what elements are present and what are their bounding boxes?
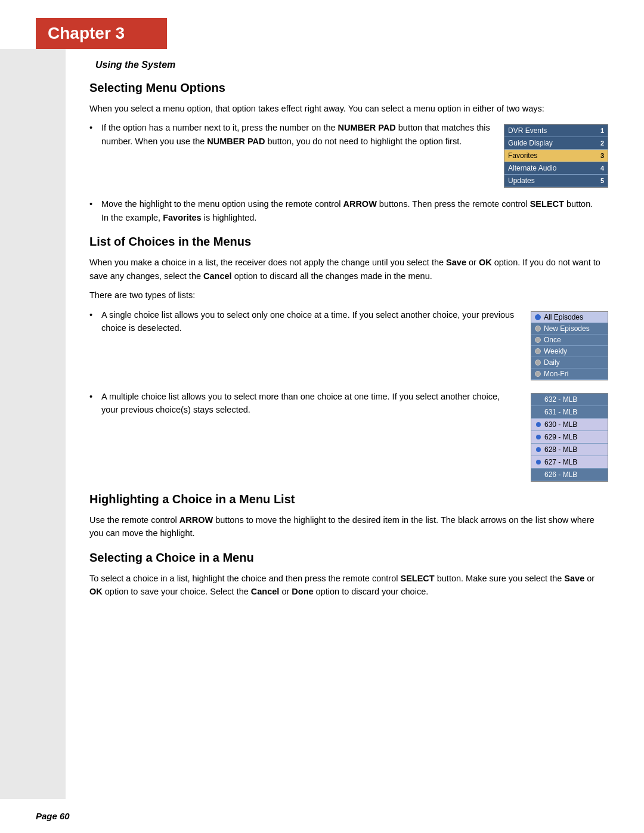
sc-radio-1 bbox=[535, 314, 541, 320]
bullet-section-1: If the option has a number next to it, p… bbox=[89, 121, 608, 188]
mc-row-3: 630 - MLB bbox=[531, 419, 608, 431]
content-wrapper: Using the System Selecting Menu Options … bbox=[0, 49, 644, 799]
sc-row-6: Mon-Fri bbox=[531, 368, 608, 380]
sc-label-1: All Episodes bbox=[544, 313, 583, 321]
section-subtitle: Using the System bbox=[89, 60, 608, 70]
sc-label-4: Weekly bbox=[544, 347, 567, 355]
dvr-label-1: DVR Events bbox=[508, 126, 547, 135]
bullet2-text: Move the highlight to the menu option us… bbox=[89, 197, 608, 224]
dvr-num-4: 4 bbox=[600, 165, 604, 172]
mc-label-5: 628 - MLB bbox=[544, 445, 577, 454]
single-choice-section: A single choice list allows you to selec… bbox=[89, 308, 608, 380]
dvr-menu-image: DVR Events 1 Guide Display 2 Favorites 3… bbox=[504, 124, 608, 188]
mc-label-1: 632 - MLB bbox=[544, 395, 577, 404]
sc-label-5: Daily bbox=[544, 358, 560, 367]
bullet-section-2: Move the highlight to the menu option us… bbox=[89, 197, 608, 224]
mc-row-2: 631 - MLB bbox=[531, 406, 608, 419]
dvr-num-3: 3 bbox=[600, 152, 604, 159]
page-footer: Page 60 bbox=[0, 799, 644, 833]
page-number: Page 60 bbox=[36, 811, 70, 821]
mc-label-4: 629 - MLB bbox=[544, 433, 577, 441]
multi-choice-section: A multiple choice list allows you to sel… bbox=[89, 390, 608, 482]
mc-row-1: 632 - MLB bbox=[531, 394, 608, 406]
dvr-num-2: 2 bbox=[600, 140, 604, 147]
sc-row-3: Once bbox=[531, 335, 608, 346]
sc-radio-4 bbox=[535, 348, 541, 354]
dvr-num-1: 1 bbox=[600, 127, 604, 134]
mc-row-4: 629 - MLB bbox=[531, 431, 608, 444]
list-choices-para2: There are two types of lists: bbox=[89, 289, 608, 302]
dvr-label-5: Updates bbox=[508, 176, 535, 185]
mc-dot-3 bbox=[536, 422, 541, 427]
dvr-row-1: DVR Events 1 bbox=[504, 125, 608, 137]
list-choices-para1: When you make a choice in a list, the re… bbox=[89, 256, 608, 283]
dvr-label-2: Guide Display bbox=[508, 139, 553, 147]
mc-dot-2 bbox=[536, 410, 541, 414]
sc-label-3: Once bbox=[544, 336, 561, 344]
highlighting-para1: Use the remote control ARROW buttons to … bbox=[89, 513, 608, 540]
sc-radio-5 bbox=[535, 360, 541, 366]
sc-row-4: Weekly bbox=[531, 346, 608, 357]
selecting-menu-para1: When you select a menu option, that opti… bbox=[89, 102, 608, 115]
list-choices-heading: List of Choices in the Menus bbox=[89, 235, 608, 249]
sc-row-2: New Episodes bbox=[531, 323, 608, 335]
mc-row-7: 626 - MLB bbox=[531, 469, 608, 481]
mc-label-6: 627 - MLB bbox=[544, 458, 577, 466]
selecting-menu-heading: Selecting Menu Options bbox=[89, 81, 608, 95]
mc-label-7: 626 - MLB bbox=[544, 470, 577, 479]
selecting-choice-heading: Selecting a Choice in a Menu bbox=[89, 551, 608, 565]
sc-radio-6 bbox=[535, 371, 541, 377]
sc-row-1: All Episodes bbox=[531, 312, 608, 323]
sidebar bbox=[0, 49, 66, 799]
single-choice-text: A single choice list allows you to selec… bbox=[89, 308, 531, 335]
multi-choice-bullet: A multiple choice list allows you to sel… bbox=[89, 390, 519, 417]
mc-dot-4 bbox=[536, 435, 541, 439]
mc-row-6: 627 - MLB bbox=[531, 456, 608, 469]
dvr-label-3: Favorites bbox=[508, 151, 537, 160]
mc-dot-7 bbox=[536, 472, 541, 477]
dvr-row-2: Guide Display 2 bbox=[504, 137, 608, 150]
bullet2-content: Move the highlight to the menu option us… bbox=[89, 197, 596, 224]
sc-label-6: Mon-Fri bbox=[544, 370, 568, 378]
highlighting-heading: Highlighting a Choice in a Menu List bbox=[89, 493, 608, 506]
main-content: Using the System Selecting Menu Options … bbox=[66, 49, 644, 799]
mc-dot-1 bbox=[536, 397, 541, 402]
dvr-row-3: Favorites 3 bbox=[504, 150, 608, 162]
chapter-header: Chapter 3 bbox=[36, 18, 167, 49]
dvr-row-5: Updates 5 bbox=[504, 175, 608, 187]
mc-label-2: 631 - MLB bbox=[544, 408, 577, 416]
sc-row-5: Daily bbox=[531, 357, 608, 368]
mc-row-5: 628 - MLB bbox=[531, 444, 608, 456]
bullet1-text: If the option has a number next to it, p… bbox=[89, 121, 504, 148]
page-container: Chapter 3 Using the System Selecting Men… bbox=[0, 0, 644, 833]
multi-choice-list-image: 632 - MLB 631 - MLB 630 - MLB 629 - MLB bbox=[531, 393, 608, 482]
multi-choice-text: A multiple choice list allows you to sel… bbox=[89, 390, 531, 417]
mc-dot-6 bbox=[536, 460, 541, 465]
single-choice-bullet: A single choice list allows you to selec… bbox=[89, 308, 519, 335]
single-choice-list-image: All Episodes New Episodes Once Weekly bbox=[531, 311, 608, 380]
dvr-num-5: 5 bbox=[600, 177, 604, 184]
mc-label-3: 630 - MLB bbox=[544, 420, 577, 429]
selecting-choice-para1: To select a choice in a list, highlight … bbox=[89, 572, 608, 599]
mc-dot-5 bbox=[536, 447, 541, 452]
sc-radio-2 bbox=[535, 326, 541, 332]
sc-radio-3 bbox=[535, 337, 541, 343]
bullet1-content: If the option has a number next to it, p… bbox=[89, 121, 492, 148]
dvr-row-4: Alternate Audio 4 bbox=[504, 162, 608, 175]
chapter-title: Chapter 3 bbox=[48, 24, 125, 42]
dvr-label-4: Alternate Audio bbox=[508, 164, 556, 172]
sc-label-2: New Episodes bbox=[544, 324, 590, 333]
